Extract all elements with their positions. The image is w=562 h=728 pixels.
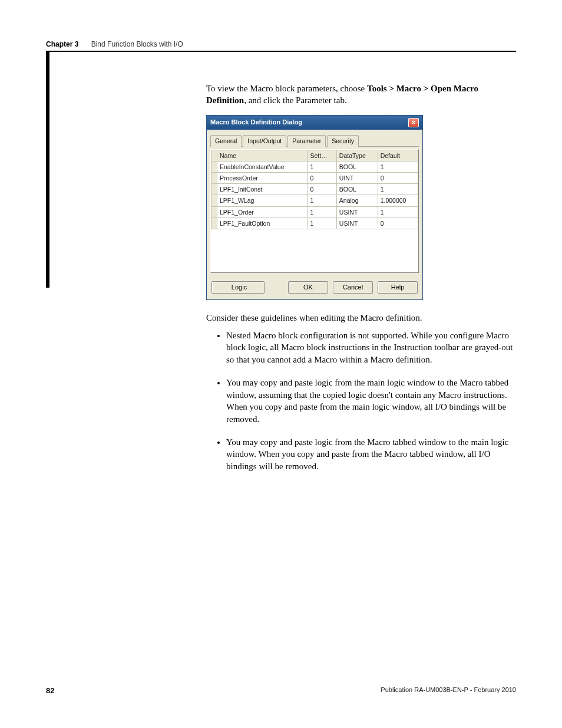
cell-datatype: BOOL [336,161,378,172]
tab-strip: General Input/Output Parameter Security [210,134,419,147]
intro-suffix: , and click the Parameter tab. [244,95,347,105]
dialog-title: Macro Block Definition Dialog [210,118,302,127]
dialog-screenshot: Macro Block Definition Dialog × General … [206,115,516,300]
cell-sett: 0 [308,184,336,195]
page-footer: 82 Publication RA-UM003B-EN-P - February… [46,686,516,695]
chapter-label: Chapter 3 [46,40,78,48]
cell-name: LPF1_WLag [217,195,308,206]
cell-name: LPF1_FaultOption [217,218,308,229]
cell-default: 1 [378,161,418,172]
list-item: Nested Macro block configuration is not … [226,330,516,366]
row-header [211,195,217,206]
row-header [211,161,217,172]
close-icon[interactable]: × [408,118,419,127]
tab-security[interactable]: Security [327,135,359,147]
titlebar: Macro Block Definition Dialog × [207,116,422,130]
cell-default: 1.000000 [378,195,418,206]
table-row[interactable]: LPF1_Order1USINT1 [211,206,418,218]
cell-sett: 1 [308,195,336,206]
table-row[interactable]: EnableInConstantValue1BOOL1 [211,161,418,172]
macro-dialog: Macro Block Definition Dialog × General … [206,115,423,300]
cell-datatype: Analog [336,195,378,206]
chapter-title: Bind Function Blocks with I/O [91,40,183,48]
cancel-button[interactable]: Cancel [333,281,373,294]
cell-datatype: USINT [336,218,378,229]
col-name[interactable]: Name [217,150,308,161]
col-default[interactable]: Default [378,150,418,161]
rowheader-corner [211,150,217,161]
publication-info: Publication RA-UM003B-EN-P - February 20… [381,686,516,695]
tab-input-output[interactable]: Input/Output [243,135,286,147]
page-number: 82 [46,686,54,695]
page-header: Chapter 3 Bind Function Blocks with I/O [46,40,516,48]
table-row[interactable]: LPF1_FaultOption1USINT0 [211,218,418,229]
tab-general[interactable]: General [210,135,242,147]
cell-default: 1 [378,184,418,195]
ok-button[interactable]: OK [288,281,328,294]
table-row[interactable]: LPF1_InitConst0BOOL1 [211,184,418,195]
intro-paragraph: To view the Macro block parameters, choo… [206,83,516,107]
logic-button[interactable]: Logic [211,281,265,294]
col-datatype[interactable]: DataType [336,150,378,161]
row-header [211,184,217,195]
cell-sett: 0 [308,173,336,184]
help-button[interactable]: Help [378,281,418,294]
cell-default: 1 [378,206,418,218]
main-content: To view the Macro block parameters, choo… [206,83,516,483]
cell-datatype: USINT [336,206,378,218]
cell-name: EnableInConstantValue [217,161,308,172]
cell-default: 0 [378,173,418,184]
cell-default: 0 [378,218,418,229]
tab-parameter[interactable]: Parameter [287,135,326,147]
cell-sett: 1 [308,161,336,172]
guideline-intro: Consider these guidelines when editing t… [206,312,516,324]
cell-name: LPF1_InitConst [217,184,308,195]
table-row[interactable]: ProcessOrder0UINT0 [211,173,418,184]
header-rule [46,51,516,52]
parameter-grid-pane: Name Sett… DataType Default EnableInCons… [210,149,419,273]
parameter-grid: Name Sett… DataType Default EnableInCons… [211,150,418,229]
table-row[interactable]: LPF1_WLag1Analog1.000000 [211,195,418,206]
cell-datatype: UINT [336,173,378,184]
row-header [211,218,217,229]
col-sett[interactable]: Sett… [308,150,336,161]
dialog-body: General Input/Output Parameter Security … [207,130,422,299]
row-header [211,173,217,184]
list-item: You may copy and paste logic from the ma… [226,377,516,426]
list-item: You may copy and paste logic from the Ma… [226,436,516,473]
cell-datatype: BOOL [336,184,378,195]
cell-name: LPF1_Order [217,206,308,218]
cell-sett: 1 [308,206,336,218]
side-accent-bar [46,52,49,288]
dialog-button-row: Logic OK Cancel Help [210,281,419,294]
row-header [211,206,217,218]
cell-name: ProcessOrder [217,173,308,184]
intro-text: To view the Macro block parameters, choo… [206,84,367,93]
cell-sett: 1 [308,218,336,229]
guidelines-list: Nested Macro block configuration is not … [226,330,516,473]
